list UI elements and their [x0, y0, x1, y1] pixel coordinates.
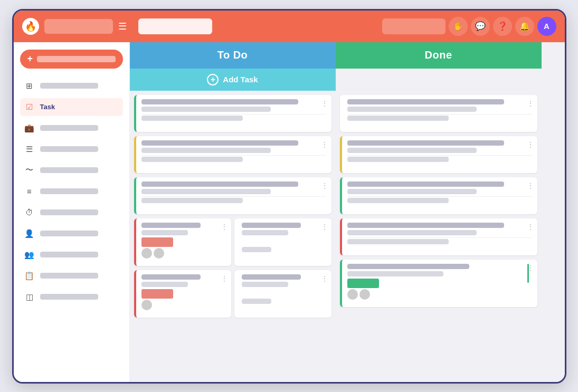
- sidebar-item-align[interactable]: ≡: [20, 183, 123, 200]
- card-5-title: [242, 223, 301, 228]
- docs-icon: 📋: [24, 271, 35, 281]
- done-card-menu-1[interactable]: ⋮: [527, 99, 534, 108]
- done-card-4-meta: [347, 239, 449, 244]
- done-card-5-text: [347, 264, 522, 300]
- sidebar-item-task[interactable]: ☑ Task: [20, 98, 123, 116]
- card-5-spacer: [242, 237, 326, 247]
- done-card-3-subtitle: [347, 189, 477, 194]
- sidebar-item-list[interactable]: ☰: [20, 140, 123, 158]
- sidebar-label-list: [40, 146, 98, 152]
- header-actions: ✋ 💬 ❓ 🔔 A: [382, 17, 556, 36]
- sidebar-label-align: [40, 188, 98, 194]
- done-card-4-title: [347, 223, 505, 228]
- card-4-content: [136, 223, 226, 259]
- done-card-5-content: [342, 264, 532, 300]
- sidebar-item-docs[interactable]: 📋: [20, 267, 123, 285]
- done-card-5-avatar-1: [347, 289, 358, 300]
- card-4-title: [141, 223, 201, 228]
- align-icon: ≡: [24, 186, 35, 197]
- sidebar-item-layers[interactable]: ◫: [20, 288, 123, 306]
- done-card-2-divider: [347, 155, 532, 156]
- done-card-menu-2[interactable]: ⋮: [527, 140, 534, 149]
- card-3-meta: [141, 198, 243, 203]
- hand-icon-button[interactable]: ✋: [449, 17, 468, 36]
- done-card-4-divider: [347, 237, 532, 238]
- sidebar-label-contact: [40, 231, 98, 236]
- sidebar-item-analytics[interactable]: 〜: [20, 161, 123, 179]
- sidebar-item-briefcase[interactable]: 💼: [20, 119, 123, 137]
- create-plus-icon: +: [27, 53, 33, 64]
- card-1-divider: [141, 114, 326, 114]
- card-3-title: [141, 181, 299, 187]
- todo-card-2: ⋮: [134, 136, 331, 173]
- sidebar-item-dashboard[interactable]: ⊞: [20, 77, 123, 95]
- done-card-1-title: [347, 99, 505, 104]
- done-card-2: ⋮: [340, 136, 537, 173]
- column-title-done: Done: [425, 49, 452, 61]
- done-card-5-avatars: [347, 289, 522, 300]
- card-7-spacer: [242, 289, 326, 299]
- task-icon: ☑: [24, 102, 35, 112]
- done-card-5-bar: [347, 279, 379, 288]
- done-card-5: ⋮: [340, 260, 537, 307]
- done-cards-area: ⋮ ⋮: [336, 91, 542, 311]
- card-7-subtitle: [242, 282, 288, 287]
- card-7-content: [236, 274, 326, 306]
- card-3-content: [136, 181, 326, 205]
- sidebar-item-users[interactable]: 👥: [20, 246, 123, 264]
- card-menu-4[interactable]: ⋮: [221, 223, 228, 231]
- card-menu-7[interactable]: ⋮: [321, 274, 328, 283]
- global-search-bar[interactable]: [382, 18, 446, 34]
- column-header-todo: To Do: [130, 42, 336, 69]
- workspace-selector[interactable]: [44, 19, 113, 34]
- logo[interactable]: 🔥: [22, 18, 39, 35]
- card-5-subtitle: [242, 230, 288, 235]
- card-menu-1[interactable]: ⋮: [321, 99, 328, 108]
- card-menu-2[interactable]: ⋮: [321, 140, 328, 149]
- create-button[interactable]: +: [20, 50, 123, 69]
- column-title-todo: To Do: [217, 49, 248, 61]
- card-1-title: [141, 99, 299, 104]
- todo-card-row-1: ⋮: [134, 218, 331, 266]
- user-avatar[interactable]: A: [537, 17, 556, 36]
- done-card-1-divider: [347, 114, 532, 114]
- done-spacer: [336, 69, 542, 91]
- card-2-content: [136, 140, 326, 164]
- sidebar: + ⊞ ☑ Task 💼 ☰ 〜: [14, 42, 130, 382]
- sidebar-item-contact[interactable]: 👤: [20, 225, 123, 243]
- done-card-1-content: [342, 99, 532, 123]
- sidebar-label-task: Task: [40, 103, 55, 111]
- card-menu-6[interactable]: ⋮: [221, 274, 228, 283]
- sidebar-item-clock[interactable]: ⏱: [20, 204, 123, 222]
- chat-icon-button[interactable]: 💬: [471, 17, 490, 36]
- card-menu-5[interactable]: ⋮: [321, 223, 328, 231]
- board-content: To Do + Add Task ⋮: [130, 42, 565, 382]
- card-2-subtitle: [141, 148, 271, 153]
- card-6-avatars: [141, 300, 226, 310]
- layers-icon: ◫: [24, 292, 35, 302]
- add-task-button[interactable]: + Add Task: [130, 69, 336, 91]
- app-window: 🔥 ☰ ✋ 💬 ❓ 🔔 A + ⊞ ☑: [12, 9, 566, 384]
- create-label: [37, 56, 115, 62]
- notification-icon-button[interactable]: 🔔: [515, 17, 534, 36]
- done-card-menu-3[interactable]: ⋮: [527, 181, 534, 190]
- card-6-bars: [141, 289, 226, 299]
- todo-card-7: ⋮: [234, 270, 331, 318]
- done-card-menu-5[interactable]: ⋮: [527, 264, 534, 272]
- add-task-label: Add Task: [223, 75, 258, 84]
- column-done: Done ⋮: [336, 42, 542, 382]
- menu-icon[interactable]: ☰: [118, 21, 127, 32]
- done-card-menu-4[interactable]: ⋮: [527, 223, 534, 231]
- kanban-board: To Do + Add Task ⋮: [130, 42, 565, 382]
- column-header-done: Done: [336, 42, 542, 69]
- main-layout: + ⊞ ☑ Task 💼 ☰ 〜: [14, 42, 565, 382]
- done-card-3-content: [342, 181, 532, 205]
- card-menu-3[interactable]: ⋮: [321, 181, 328, 190]
- project-search[interactable]: [138, 18, 212, 34]
- done-card-2-subtitle: [347, 148, 477, 153]
- done-card-3-meta: [347, 198, 449, 203]
- help-icon-button[interactable]: ❓: [493, 17, 512, 36]
- done-card-2-title: [347, 140, 505, 146]
- add-task-plus-icon: +: [207, 74, 219, 85]
- card-4-avatars: [141, 248, 226, 259]
